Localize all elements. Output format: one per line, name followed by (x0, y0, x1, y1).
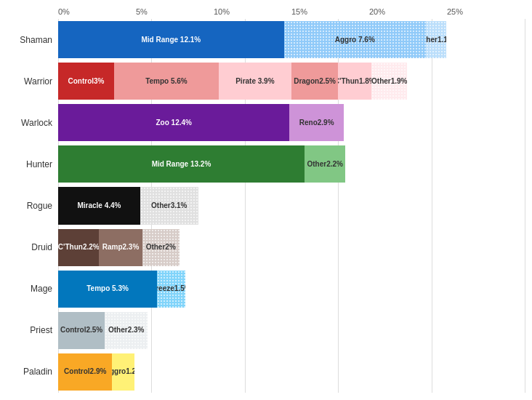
y-label: Hunter (0, 143, 58, 185)
y-label: Mage (0, 268, 58, 310)
bar-segment: Zoo 12.4% (58, 104, 289, 141)
bar-row: C'Thun2.2%Ramp2.3%Other2% (58, 227, 525, 268)
bar-segment: Mid Range 13.2% (58, 145, 305, 183)
bar-row: Mid Range 13.2%Other2.2% (58, 143, 525, 185)
bar-row: Control3%Tempo 5.6%Pirate 3.9%Dragon2.5%… (58, 60, 525, 102)
x-tick: 15% (291, 7, 369, 16)
grid-line (525, 19, 525, 393)
y-label: Priest (0, 310, 58, 351)
y-label: Paladin (0, 351, 58, 393)
x-axis-top: 0%5%10%15%20%25% (58, 7, 525, 16)
bar-segment: C'Thun1.8% (338, 63, 371, 100)
bar-segment: Control2.5% (58, 312, 105, 349)
bars-area: Mid Range 12.1%Aggro 7.6%Other1.1%Contro… (58, 19, 525, 393)
bar-segment: Freeze1.5% (157, 271, 185, 308)
bar-segment: Other3.1% (140, 187, 198, 224)
bar-segment: Aggro 7.6% (284, 21, 426, 58)
bar-row: Mid Range 12.1%Aggro 7.6%Other1.1% (58, 19, 525, 60)
bar-segment: Other1.1% (426, 21, 446, 58)
x-tick: 10% (214, 7, 291, 16)
bar-segment: Aggro1.2% (112, 353, 134, 391)
bar-segment: Dragon2.5% (291, 63, 338, 100)
x-tick: 25% (447, 7, 525, 16)
bar-row: Miracle 4.4%Other3.1% (58, 185, 525, 226)
bar-segment: Tempo 5.6% (114, 63, 219, 100)
bar-segment: Other2.2% (305, 145, 345, 183)
bar-row: Control2.5%Other2.3% (58, 310, 525, 351)
bar-row: Tempo 5.3%Freeze1.5% (58, 268, 525, 310)
x-tick: 5% (136, 7, 214, 16)
bar-segment: Tempo 5.3% (58, 271, 157, 308)
bar-segment: Other1.9% (371, 63, 407, 100)
bar-segment: Ramp2.3% (99, 229, 142, 266)
y-labels: ShamanWarriorWarlockHunterRogueDruidMage… (0, 19, 58, 393)
bar-row: Control2.9%Aggro1.2% (58, 351, 525, 393)
bar-segment: Other2% (142, 229, 180, 266)
bar-segment: Mid Range 12.1% (58, 21, 284, 58)
bar-segment: Other2.3% (105, 312, 148, 349)
y-label: Shaman (0, 19, 58, 60)
x-tick: 20% (369, 7, 447, 16)
y-label: Druid (0, 227, 58, 268)
bar-segment: Control3% (58, 63, 114, 100)
y-label: Warrior (0, 60, 58, 102)
y-label: Warlock (0, 102, 58, 143)
bar-segment: C'Thun2.2% (58, 229, 99, 266)
bar-segment: Pirate 3.9% (219, 63, 291, 100)
y-label: Rogue (0, 185, 58, 226)
bar-row: Zoo 12.4%Reno2.9% (58, 102, 525, 143)
bar-segment: Reno2.9% (289, 104, 343, 141)
chart-body: ShamanWarriorWarlockHunterRogueDruidMage… (0, 19, 525, 393)
x-tick: 0% (58, 7, 136, 16)
bar-segment: Miracle 4.4% (58, 187, 140, 224)
bar-segment: Control2.9% (58, 353, 112, 391)
chart-container: 0%5%10%15%20%25% ShamanWarriorWarlockHun… (0, 0, 532, 400)
